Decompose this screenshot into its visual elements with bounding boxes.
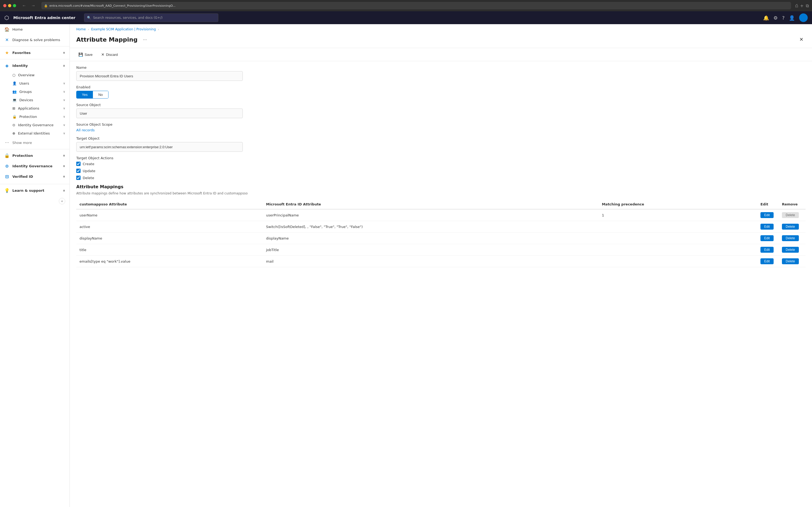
- source-object-input[interactable]: [76, 109, 243, 118]
- col-header-entra: Microsoft Entra ID Attribute: [263, 200, 599, 209]
- cell-customappsso-1: active: [76, 221, 263, 233]
- cell-entra-1: Switch([IsSoftDeleted], , "False", "True…: [263, 221, 599, 233]
- sidebar-favorites-header[interactable]: ★ Favorites ∨: [0, 48, 69, 58]
- search-placeholder: Search resources, services, and docs (G+…: [93, 16, 163, 19]
- col-header-edit: Edit: [757, 200, 779, 209]
- col-header-remove: Remove: [779, 200, 806, 209]
- source-object-scope-link[interactable]: All records: [76, 128, 95, 132]
- edit-button-0[interactable]: Edit: [760, 212, 773, 218]
- identity-governance2-icon: ⊙: [4, 164, 10, 169]
- nav-forward-button[interactable]: →: [30, 3, 37, 9]
- windows-icon[interactable]: ⧉: [806, 3, 809, 8]
- browser-actions: ⎙ + ⧉: [795, 3, 809, 8]
- sidebar-identity-governance2-label: Identity Governance: [12, 164, 60, 168]
- learn-support-chevron-icon: ∧: [63, 189, 65, 192]
- more-options-button[interactable]: ···: [141, 36, 149, 44]
- applications-chevron-icon: ∨: [63, 107, 65, 110]
- discard-label: Discard: [106, 53, 118, 57]
- update-checkbox[interactable]: [76, 169, 80, 173]
- settings-icon[interactable]: ⚙: [773, 15, 777, 21]
- name-input[interactable]: [76, 71, 243, 81]
- cell-delete-2: Delete: [779, 233, 806, 244]
- toggle-no-button[interactable]: No: [93, 91, 108, 98]
- sidebar-verified-id-header[interactable]: ⊟ Verified ID ∨: [0, 171, 69, 182]
- learn-support-icon: 💡: [4, 188, 10, 193]
- cell-edit-3: Edit: [757, 244, 779, 256]
- update-checkbox-group: Update: [76, 169, 806, 173]
- table-row: userName userPrincipalName 1 Edit Delete: [76, 209, 806, 221]
- cell-entra-3: jobTitle: [263, 244, 599, 256]
- name-label: Name: [76, 65, 806, 69]
- maximize-window-dot[interactable]: [13, 4, 16, 7]
- delete-button-2[interactable]: Delete: [782, 235, 799, 241]
- table-row: displayName displayName Edit Delete: [76, 233, 806, 244]
- breadcrumb-parent-link[interactable]: Example SCIM Application | Provisioning: [91, 27, 156, 31]
- notification-icon[interactable]: 🔔: [763, 15, 769, 21]
- create-checkbox[interactable]: [76, 162, 80, 166]
- attribute-mappings-table: customappsso Attribute Microsoft Entra I…: [76, 200, 806, 267]
- sidebar-learn-support-label: Learn & support: [12, 188, 60, 192]
- search-icon: 🔍: [87, 16, 91, 19]
- sidebar-item-home[interactable]: 🏠 Home: [0, 24, 69, 35]
- edit-button-4[interactable]: Edit: [760, 258, 773, 264]
- cell-customappsso-4: emails[type eq "work"].value: [76, 256, 263, 267]
- groups-chevron-icon: ∨: [63, 90, 65, 94]
- cell-entra-2: displayName: [263, 233, 599, 244]
- avatar[interactable]: [799, 13, 808, 22]
- sidebar-learn-support-header[interactable]: 💡 Learn & support ∧: [0, 185, 69, 196]
- sidebar-identity-header[interactable]: ◈ Identity ∧: [0, 60, 69, 71]
- header-search[interactable]: 🔍 Search resources, services, and docs (…: [84, 13, 218, 22]
- sidebar-collapse-button[interactable]: «: [59, 198, 65, 204]
- create-checkbox-group: Create: [76, 162, 806, 166]
- sidebar-protection2-label: Protection: [12, 154, 60, 158]
- toggle-yes-button[interactable]: Yes: [76, 91, 93, 98]
- edit-button-1[interactable]: Edit: [760, 224, 773, 230]
- favorites-chevron-icon: ∨: [63, 51, 65, 55]
- sidebar-item-external-identities[interactable]: ⊕ External Identities ∨: [0, 129, 69, 137]
- sidebar-item-show-more[interactable]: ··· Show more: [0, 137, 69, 148]
- people-icon[interactable]: 👤: [789, 15, 795, 21]
- target-object-field-group: Target Object: [76, 136, 806, 152]
- sidebar-item-groups[interactable]: 👥 Groups ∨: [0, 88, 69, 96]
- sidebar-item-diagnose[interactable]: ✕ Diagnose & solve problems: [0, 35, 69, 45]
- edit-button-3[interactable]: Edit: [760, 247, 773, 253]
- save-label: Save: [84, 53, 93, 57]
- new-tab-icon[interactable]: +: [800, 3, 804, 8]
- sidebar-identity-governance2-header[interactable]: ⊙ Identity Governance ∨: [0, 161, 69, 171]
- show-more-icon: ···: [4, 140, 10, 145]
- share-icon[interactable]: ⎙: [795, 3, 798, 8]
- sidebar-diagnose-label: Diagnose & solve problems: [12, 38, 65, 42]
- devices-icon: 💻: [12, 98, 17, 102]
- sidebar-item-users[interactable]: 👤 Users ∨: [0, 79, 69, 88]
- close-window-dot[interactable]: [3, 4, 6, 7]
- protection-chevron-icon: ∨: [63, 115, 65, 118]
- minimize-window-dot[interactable]: [8, 4, 11, 7]
- edit-button-2[interactable]: Edit: [760, 235, 773, 241]
- delete-checkbox[interactable]: [76, 176, 80, 180]
- target-object-actions-label: Target Object Actions: [76, 156, 806, 160]
- nav-back-button[interactable]: ←: [20, 3, 28, 9]
- sidebar-groups-label: Groups: [19, 90, 60, 94]
- sidebar-item-overview[interactable]: ○ Overview: [0, 71, 69, 79]
- delete-button-0: Delete: [782, 212, 799, 218]
- target-object-input[interactable]: [76, 142, 243, 152]
- identity-icon: ◈: [4, 63, 10, 68]
- sidebar-item-protection[interactable]: 🔒 Protection ∨: [0, 113, 69, 121]
- breadcrumb-home-link[interactable]: Home: [76, 27, 85, 31]
- discard-button[interactable]: ✕ Discard: [99, 51, 120, 58]
- delete-button-1[interactable]: Delete: [782, 224, 799, 230]
- verified-id-chevron-icon: ∨: [63, 175, 65, 178]
- external-identities-icon: ⊕: [12, 131, 15, 135]
- sidebar-overview-label: Overview: [18, 73, 35, 77]
- enabled-toggle[interactable]: Yes No: [76, 91, 109, 99]
- delete-button-4[interactable]: Delete: [782, 258, 799, 264]
- sidebar-item-devices[interactable]: 💻 Devices ∨: [0, 96, 69, 104]
- save-button[interactable]: 💾 Save: [76, 51, 95, 58]
- delete-button-3[interactable]: Delete: [782, 247, 799, 253]
- url-bar[interactable]: 🔒 entra.microsoft.com/#view/Microsoft_AA…: [41, 2, 791, 9]
- sidebar-protection2-header[interactable]: 🔒 Protection ∨: [0, 150, 69, 161]
- close-button[interactable]: ✕: [797, 36, 806, 44]
- help-icon[interactable]: ?: [782, 15, 785, 21]
- sidebar-item-identity-governance[interactable]: ⊙ Identity Governance ∨: [0, 121, 69, 129]
- sidebar-item-applications[interactable]: ⊞ Applications ∨: [0, 104, 69, 113]
